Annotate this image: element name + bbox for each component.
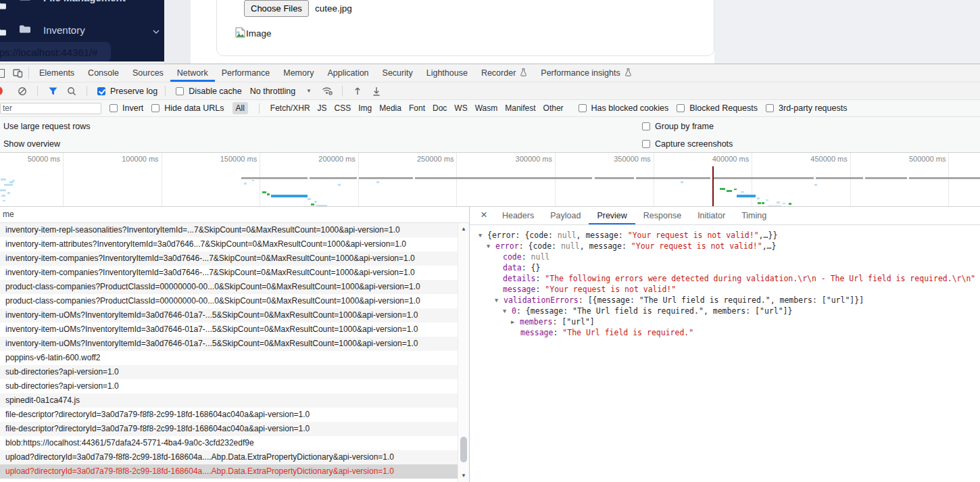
preview-line[interactable]: details: "The following errors were dete…: [470, 273, 980, 284]
filter-type-media[interactable]: Media: [379, 103, 401, 113]
preview-line[interactable]: message: "Your request is not valid!": [470, 284, 980, 295]
collapsed-triangle-icon[interactable]: ▶: [511, 316, 520, 327]
filter-type-css[interactable]: CSS: [335, 103, 351, 113]
preview-line[interactable]: code: null: [470, 251, 980, 262]
disable-cache-checkbox[interactable]: Disable cache: [176, 87, 242, 96]
network-overview-timeline[interactable]: 50000 ms100000 ms150000 ms200000 ms25000…: [0, 153, 980, 207]
search-icon[interactable]: [64, 85, 79, 98]
filter-type-other[interactable]: Other: [543, 103, 564, 113]
filter-type-manifest[interactable]: Manifest: [505, 103, 535, 113]
blocked-requests-checkbox[interactable]: Blocked Requests: [677, 103, 758, 113]
sidebar-item-inventory[interactable]: Inventory: [19, 24, 160, 36]
invert-checkbox[interactable]: Invert: [109, 103, 143, 113]
tab-security[interactable]: Security: [376, 64, 420, 82]
timeline-cursor[interactable]: [712, 166, 714, 206]
preview-line[interactable]: ▼0: {message: "The Url field is required…: [470, 306, 980, 316]
tab-recorder[interactable]: Recorder: [474, 64, 534, 82]
preview-line[interactable]: data: {}: [470, 262, 980, 273]
request-row[interactable]: sub-directories?api-version=1.0: [0, 365, 458, 379]
request-row[interactable]: inventory-item-companies?InventoryItemId…: [0, 266, 458, 280]
filter-type-img[interactable]: Img: [358, 103, 372, 113]
export-har-icon[interactable]: [369, 85, 384, 98]
timeline-gridline: [162, 153, 162, 206]
use-large-request-rows-label[interactable]: Use large request rows: [3, 122, 91, 131]
detail-tab-headers[interactable]: Headers: [494, 207, 542, 224]
tab-console[interactable]: Console: [81, 64, 126, 82]
detail-tab-response[interactable]: Response: [635, 207, 689, 224]
expanded-triangle-icon[interactable]: ▼: [495, 295, 504, 306]
scroll-up-icon[interactable]: ▲: [458, 224, 469, 234]
request-row[interactable]: inventory-item-attributes?InventoryItemI…: [0, 237, 458, 251]
filter-type-js[interactable]: JS: [318, 103, 327, 113]
checkbox-unchecked: [642, 122, 650, 130]
expanded-triangle-icon[interactable]: ▼: [503, 306, 512, 316]
filter-type-font[interactable]: Font: [409, 103, 425, 113]
filter-type-doc[interactable]: Doc: [433, 103, 447, 113]
device-toolbar-icon[interactable]: [10, 66, 25, 80]
request-row[interactable]: blob:https://localhost:44361/57dafa24-57…: [0, 436, 458, 450]
choose-files-button[interactable]: Choose Files: [244, 0, 309, 17]
import-har-icon[interactable]: [350, 85, 365, 98]
filter-type-wasm[interactable]: Wasm: [475, 103, 498, 113]
divider: [37, 86, 38, 96]
clear-icon[interactable]: [15, 85, 30, 98]
tab-sources[interactable]: Sources: [126, 64, 170, 82]
close-icon[interactable]: ×: [474, 208, 494, 223]
preview-line[interactable]: ▶members: ["url"]: [470, 316, 980, 327]
request-row[interactable]: file-descriptor?directoryId=3a0d7a79-f8f…: [0, 408, 458, 422]
tab-performance[interactable]: Performance: [215, 64, 277, 82]
preview-line[interactable]: message: "The Url field is required.": [470, 327, 980, 338]
request-row[interactable]: inventory-item-companies?InventoryItemId…: [0, 251, 458, 266]
filter-type-all[interactable]: All: [232, 102, 248, 114]
request-row[interactable]: product-class-companies?ProductClassId=0…: [0, 280, 458, 294]
has-blocked-cookies-checkbox[interactable]: Has blocked cookies: [579, 103, 669, 113]
request-row[interactable]: inventory-item-uOMs?InventoryItemId=3a0d…: [0, 337, 458, 351]
request-row[interactable]: inventory-item-repl-seasonalities?Invent…: [0, 223, 458, 237]
show-overview-label[interactable]: Show overview: [3, 139, 60, 149]
throttling-select[interactable]: No throttling ▼: [246, 87, 316, 96]
detail-tab-preview[interactable]: Preview: [589, 207, 635, 224]
filter-input[interactable]: ter: [0, 103, 101, 114]
preserve-log-checkbox[interactable]: Preserve log: [97, 87, 157, 96]
capture-screenshots-checkbox[interactable]: Capture screenshots: [642, 139, 733, 149]
request-row[interactable]: product-class-companies?ProductClassId=0…: [0, 294, 458, 308]
request-row[interactable]: upload?directoryId=3a0d7a79-f8f8-2c99-18…: [0, 450, 458, 464]
expanded-triangle-icon[interactable]: ▼: [487, 241, 495, 251]
filter-icon[interactable]: [45, 85, 60, 98]
request-row[interactable]: spinedit-0a1ca474.js: [0, 393, 458, 408]
filter-type-fetch-xhr[interactable]: Fetch/XHR: [270, 103, 310, 113]
status-url-tooltip: https://localhost:44361/#: [0, 42, 111, 62]
filter-type-ws[interactable]: WS: [454, 103, 467, 113]
name-column-header[interactable]: me: [0, 207, 469, 223]
record-icon[interactable]: [0, 87, 3, 95]
request-row[interactable]: inventory-item-uOMs?InventoryItemId=3a0d…: [0, 322, 458, 337]
request-row[interactable]: sub-directories?api-version=1.0: [0, 379, 458, 393]
preview-line[interactable]: ▼{error: {code: null, message: "Your req…: [470, 230, 980, 241]
tab-memory[interactable]: Memory: [276, 64, 320, 82]
request-row[interactable]: file-descriptor?directoryId=3a0d7a79-f8f…: [0, 422, 458, 436]
tab-network[interactable]: Network: [170, 64, 215, 82]
hide-data-urls-checkbox[interactable]: Hide data URLs: [151, 103, 224, 113]
tab-elements[interactable]: Elements: [32, 64, 81, 82]
tab-lighthouse[interactable]: Lighthouse: [420, 64, 474, 82]
detail-tab-timing[interactable]: Timing: [733, 207, 775, 224]
request-row[interactable]: inventory-item-uOMs?InventoryItemId=3a0d…: [0, 308, 458, 322]
network-conditions-icon[interactable]: [320, 85, 335, 98]
scrollbar[interactable]: ▲ ▼: [458, 223, 469, 482]
sidebar-item-file-management[interactable]: File Management: [19, 0, 126, 3]
filter-input-text: ter: [3, 103, 12, 113]
scrollbar-thumb[interactable]: [460, 437, 467, 462]
third-party-requests-checkbox[interactable]: 3rd-party requests: [766, 103, 847, 113]
inspect-icon[interactable]: [0, 69, 5, 78]
request-row[interactable]: poppins-v6-latin-600.woff2: [0, 351, 458, 365]
preview-line[interactable]: ▼error: {code: null, message: "Your requ…: [470, 241, 980, 251]
request-row[interactable]: upload?directoryId=3a0d7a79-f8f8-2c99-18…: [0, 464, 458, 479]
tab-application[interactable]: Application: [320, 64, 375, 82]
detail-tab-initiator[interactable]: Initiator: [689, 207, 733, 224]
scroll-down-icon[interactable]: ▼: [458, 471, 469, 481]
expanded-triangle-icon[interactable]: ▼: [479, 230, 487, 241]
detail-tab-payload[interactable]: Payload: [542, 207, 589, 224]
preview-line[interactable]: ▼validationErrors: [{message: "The Url f…: [470, 295, 980, 306]
tab-performance-insights[interactable]: Performance insights: [534, 64, 638, 82]
group-by-frame-checkbox[interactable]: Group by frame: [642, 122, 714, 131]
